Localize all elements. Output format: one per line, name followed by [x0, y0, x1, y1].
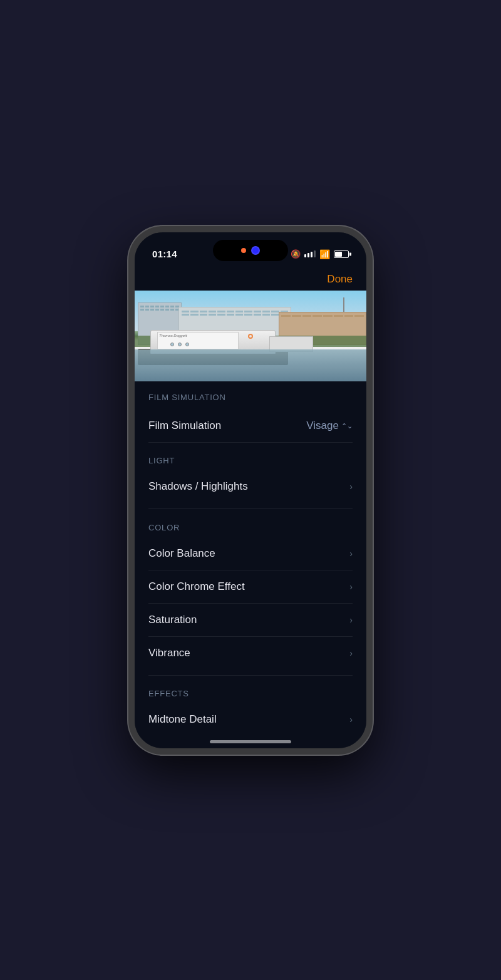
light-section-header: LIGHT	[148, 442, 353, 470]
photo-container: Thomas Doggett	[135, 291, 366, 382]
saturation-label: Saturation	[148, 614, 197, 626]
chevron-icon-color-balance: ›	[349, 549, 353, 559]
phone-frame: 01:14 🔕 📶 Done	[128, 226, 373, 755]
vibrance-item[interactable]: Vibrance ›	[148, 637, 353, 669]
midtone-detail-item[interactable]: Midtone Detail ›	[148, 703, 353, 736]
status-time: 01:14	[152, 249, 177, 259]
volume-down-button[interactable]	[128, 336, 130, 357]
photo-scene: Thomas Doggett	[135, 291, 366, 382]
film-simulation-header: FILM SIMULATION	[148, 393, 353, 402]
shadows-highlights-label: Shadows / Highlights	[148, 480, 248, 493]
mic-indicator	[251, 246, 260, 255]
film-simulation-value-text: Visage	[306, 420, 339, 432]
film-simulation-value[interactable]: Visage ⌃⌄	[306, 420, 353, 432]
midtone-detail-label: Midtone Detail	[148, 713, 217, 726]
mute-switch[interactable]	[128, 282, 130, 300]
spacer-1	[135, 503, 366, 508]
chevron-icon-vibrance: ›	[349, 648, 353, 658]
effects-section: EFFECTS Midtone Detail ›	[135, 675, 366, 736]
wifi-icon: 📶	[319, 249, 330, 259]
chevron-icon-color-chrome: ›	[349, 582, 353, 592]
chevron-icon-shadows: ›	[349, 482, 353, 492]
chevron-icon-midtone: ›	[349, 714, 353, 725]
dynamic-island	[213, 240, 288, 261]
light-section: LIGHT Shadows / Highlights ›	[135, 442, 366, 503]
signal-icon	[304, 250, 316, 257]
chevron-icon-saturation: ›	[349, 615, 353, 625]
power-button[interactable]	[371, 314, 373, 351]
top-bar: Done	[135, 267, 366, 291]
color-section: COLOR Color Balance › Color Chrome Effec…	[135, 509, 366, 669]
film-simulation-item[interactable]: Film Simulation Visage ⌃⌄	[148, 411, 353, 437]
updown-arrow-icon: ⌃⌄	[341, 422, 353, 430]
status-icons: 🔕 📶	[291, 249, 349, 259]
color-chrome-label: Color Chrome Effect	[148, 580, 245, 593]
home-indicator	[210, 740, 291, 743]
volume-up-button[interactable]	[128, 307, 130, 329]
spacer-2	[135, 669, 366, 675]
color-chrome-item[interactable]: Color Chrome Effect ›	[148, 570, 353, 604]
color-balance-item[interactable]: Color Balance ›	[148, 537, 353, 570]
water	[135, 349, 366, 381]
battery-icon	[334, 250, 349, 258]
effects-section-header: EFFECTS	[148, 675, 353, 703]
film-simulation-section: FILM SIMULATION Film Simulation Visage ⌃…	[135, 381, 366, 442]
phone-content[interactable]: Done	[135, 267, 366, 748]
done-button[interactable]: Done	[327, 273, 353, 286]
film-simulation-label: Film Simulation	[148, 420, 221, 432]
vibrance-label: Vibrance	[148, 647, 190, 659]
camera-indicator	[241, 248, 246, 253]
saturation-item[interactable]: Saturation ›	[148, 604, 353, 637]
shadows-highlights-item[interactable]: Shadows / Highlights ›	[148, 470, 353, 503]
color-balance-label: Color Balance	[148, 547, 215, 560]
color-section-header: COLOR	[148, 509, 353, 537]
mute-icon: 🔕	[291, 249, 301, 259]
